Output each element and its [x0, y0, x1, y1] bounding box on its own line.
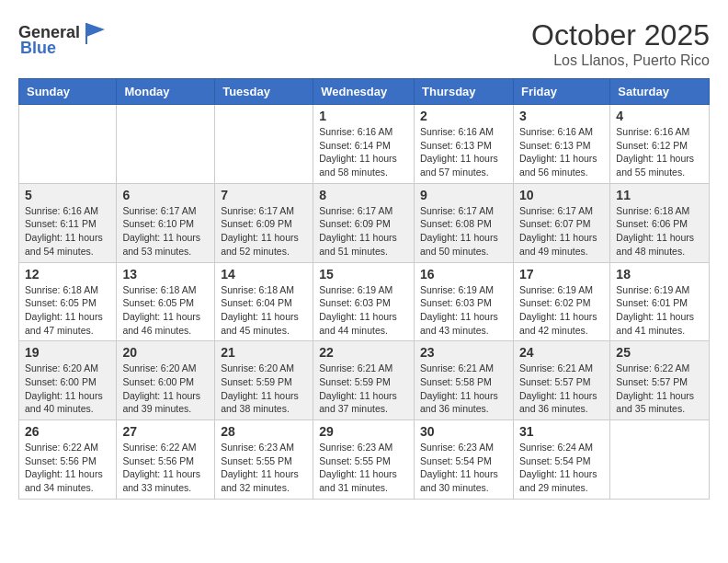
weekday-header-wednesday: Wednesday: [313, 79, 415, 105]
location-title: Los Llanos, Puerto Rico: [531, 52, 710, 69]
calendar-day-cell: 13Sunrise: 6:18 AM Sunset: 6:05 PM Dayli…: [117, 262, 215, 341]
day-info: Sunrise: 6:17 AM Sunset: 6:07 PM Dayligh…: [519, 204, 604, 259]
day-number: 13: [122, 267, 209, 282]
calendar-day-cell: 10Sunrise: 6:17 AM Sunset: 6:07 PM Dayli…: [513, 183, 609, 262]
day-number: 27: [122, 424, 209, 439]
day-info: Sunrise: 6:23 AM Sunset: 5:54 PM Dayligh…: [420, 441, 507, 495]
calendar-day-cell: 20Sunrise: 6:20 AM Sunset: 6:00 PM Dayli…: [117, 341, 215, 420]
day-info: Sunrise: 6:19 AM Sunset: 6:02 PM Dayligh…: [519, 283, 604, 338]
weekday-header-tuesday: Tuesday: [215, 79, 313, 105]
day-info: Sunrise: 6:23 AM Sunset: 5:55 PM Dayligh…: [319, 441, 408, 495]
day-info: Sunrise: 6:16 AM Sunset: 6:12 PM Dayligh…: [616, 125, 703, 179]
day-number: 22: [319, 345, 408, 360]
day-info: Sunrise: 6:17 AM Sunset: 6:09 PM Dayligh…: [319, 204, 408, 259]
calendar-day-cell: 31Sunrise: 6:24 AM Sunset: 5:54 PM Dayli…: [513, 420, 609, 500]
calendar-day-cell: 29Sunrise: 6:23 AM Sunset: 5:55 PM Dayli…: [313, 420, 415, 500]
calendar-day-cell: 12Sunrise: 6:18 AM Sunset: 6:05 PM Dayli…: [19, 262, 117, 341]
calendar-week-row: 5Sunrise: 6:16 AM Sunset: 6:11 PM Daylig…: [19, 183, 710, 262]
calendar-week-row: 12Sunrise: 6:18 AM Sunset: 6:05 PM Dayli…: [19, 262, 710, 341]
day-number: 10: [519, 188, 604, 202]
calendar-day-cell: [117, 105, 215, 184]
calendar-day-cell: 4Sunrise: 6:16 AM Sunset: 6:12 PM Daylig…: [610, 105, 710, 184]
calendar-day-cell: 2Sunrise: 6:16 AM Sunset: 6:13 PM Daylig…: [415, 105, 514, 184]
day-info: Sunrise: 6:23 AM Sunset: 5:55 PM Dayligh…: [221, 441, 307, 495]
day-number: 14: [221, 267, 307, 282]
day-number: 3: [519, 109, 604, 123]
day-number: 4: [616, 109, 703, 123]
weekday-header-monday: Monday: [117, 79, 215, 105]
calendar-day-cell: 3Sunrise: 6:16 AM Sunset: 6:13 PM Daylig…: [513, 105, 609, 184]
day-number: 25: [616, 345, 703, 360]
logo-blue: Blue: [20, 39, 56, 58]
day-info: Sunrise: 6:17 AM Sunset: 6:08 PM Dayligh…: [420, 204, 507, 259]
calendar-day-cell: 23Sunrise: 6:21 AM Sunset: 5:58 PM Dayli…: [415, 341, 514, 420]
day-info: Sunrise: 6:17 AM Sunset: 6:09 PM Dayligh…: [221, 204, 307, 259]
svg-marker-0: [86, 23, 105, 37]
calendar-day-cell: [215, 105, 313, 184]
day-info: Sunrise: 6:21 AM Sunset: 5:57 PM Dayligh…: [519, 362, 604, 416]
calendar-day-cell: [19, 105, 117, 184]
day-number: 24: [519, 345, 604, 360]
calendar-week-row: 19Sunrise: 6:20 AM Sunset: 6:00 PM Dayli…: [19, 341, 710, 420]
day-info: Sunrise: 6:22 AM Sunset: 5:56 PM Dayligh…: [122, 441, 209, 495]
weekday-header-thursday: Thursday: [415, 79, 514, 105]
day-info: Sunrise: 6:17 AM Sunset: 6:10 PM Dayligh…: [122, 204, 209, 259]
logo: General Blue: [18, 18, 109, 58]
calendar-day-cell: 27Sunrise: 6:22 AM Sunset: 5:56 PM Dayli…: [117, 420, 215, 500]
calendar-day-cell: 5Sunrise: 6:16 AM Sunset: 6:11 PM Daylig…: [19, 183, 117, 262]
day-number: 8: [319, 188, 408, 202]
day-info: Sunrise: 6:18 AM Sunset: 6:04 PM Dayligh…: [221, 283, 307, 338]
calendar-table: SundayMondayTuesdayWednesdayThursdayFrid…: [18, 78, 710, 500]
calendar-day-cell: 19Sunrise: 6:20 AM Sunset: 6:00 PM Dayli…: [19, 341, 117, 420]
calendar-day-cell: 11Sunrise: 6:18 AM Sunset: 6:06 PM Dayli…: [610, 183, 710, 262]
calendar-week-row: 1Sunrise: 6:16 AM Sunset: 6:14 PM Daylig…: [19, 105, 710, 184]
calendar-day-cell: 25Sunrise: 6:22 AM Sunset: 5:57 PM Dayli…: [610, 341, 710, 420]
calendar-week-row: 26Sunrise: 6:22 AM Sunset: 5:56 PM Dayli…: [19, 420, 710, 500]
day-info: Sunrise: 6:20 AM Sunset: 6:00 PM Dayligh…: [25, 362, 110, 416]
day-number: 5: [25, 188, 110, 202]
day-info: Sunrise: 6:19 AM Sunset: 6:03 PM Dayligh…: [319, 283, 408, 338]
calendar-day-cell: 16Sunrise: 6:19 AM Sunset: 6:03 PM Dayli…: [415, 262, 514, 341]
weekday-header-friday: Friday: [513, 79, 609, 105]
day-info: Sunrise: 6:20 AM Sunset: 6:00 PM Dayligh…: [122, 362, 209, 416]
day-info: Sunrise: 6:24 AM Sunset: 5:54 PM Dayligh…: [519, 441, 604, 495]
day-info: Sunrise: 6:22 AM Sunset: 5:57 PM Dayligh…: [616, 362, 703, 416]
day-number: 31: [519, 424, 604, 439]
calendar-day-cell: 30Sunrise: 6:23 AM Sunset: 5:54 PM Dayli…: [415, 420, 514, 500]
day-number: 1: [319, 109, 408, 123]
calendar-day-cell: 22Sunrise: 6:21 AM Sunset: 5:59 PM Dayli…: [313, 341, 415, 420]
day-number: 6: [122, 188, 209, 202]
day-info: Sunrise: 6:18 AM Sunset: 6:05 PM Dayligh…: [25, 283, 110, 338]
day-number: 15: [319, 267, 408, 282]
calendar-day-cell: 28Sunrise: 6:23 AM Sunset: 5:55 PM Dayli…: [215, 420, 313, 500]
day-number: 12: [25, 267, 110, 282]
day-info: Sunrise: 6:20 AM Sunset: 5:59 PM Dayligh…: [221, 362, 307, 416]
calendar-day-cell: 9Sunrise: 6:17 AM Sunset: 6:08 PM Daylig…: [415, 183, 514, 262]
calendar-day-cell: 17Sunrise: 6:19 AM Sunset: 6:02 PM Dayli…: [513, 262, 609, 341]
calendar-day-cell: 18Sunrise: 6:19 AM Sunset: 6:01 PM Dayli…: [610, 262, 710, 341]
day-info: Sunrise: 6:21 AM Sunset: 5:58 PM Dayligh…: [420, 362, 507, 416]
calendar-day-cell: 7Sunrise: 6:17 AM Sunset: 6:09 PM Daylig…: [215, 183, 313, 262]
month-title: October 2025: [531, 18, 710, 52]
day-number: 29: [319, 424, 408, 439]
calendar-day-cell: [610, 420, 710, 500]
day-info: Sunrise: 6:18 AM Sunset: 6:05 PM Dayligh…: [122, 283, 209, 338]
day-info: Sunrise: 6:22 AM Sunset: 5:56 PM Dayligh…: [25, 441, 110, 495]
title-section: October 2025 Los Llanos, Puerto Rico: [531, 18, 710, 69]
calendar-day-cell: 21Sunrise: 6:20 AM Sunset: 5:59 PM Dayli…: [215, 341, 313, 420]
day-number: 19: [25, 345, 110, 360]
weekday-header-row: SundayMondayTuesdayWednesdayThursdayFrid…: [19, 79, 710, 105]
day-number: 26: [25, 424, 110, 439]
calendar-day-cell: 26Sunrise: 6:22 AM Sunset: 5:56 PM Dayli…: [19, 420, 117, 500]
day-info: Sunrise: 6:18 AM Sunset: 6:06 PM Dayligh…: [616, 204, 703, 259]
day-number: 7: [221, 188, 307, 202]
calendar-day-cell: 15Sunrise: 6:19 AM Sunset: 6:03 PM Dayli…: [313, 262, 415, 341]
day-info: Sunrise: 6:16 AM Sunset: 6:11 PM Dayligh…: [25, 204, 110, 259]
weekday-header-sunday: Sunday: [19, 79, 117, 105]
day-number: 17: [519, 267, 604, 282]
day-number: 21: [221, 345, 307, 360]
day-number: 9: [420, 188, 507, 202]
day-info: Sunrise: 6:16 AM Sunset: 6:14 PM Dayligh…: [319, 125, 408, 179]
day-number: 23: [420, 345, 507, 360]
day-number: 28: [221, 424, 307, 439]
